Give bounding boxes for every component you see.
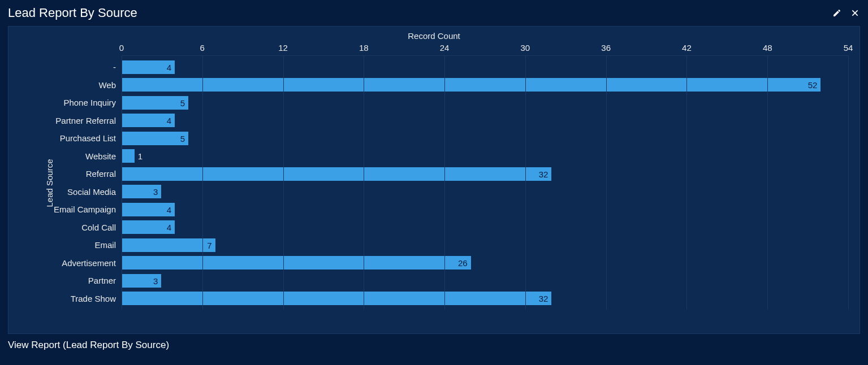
x-tick-label: 0 [119,43,124,53]
x-tick-label: 30 [521,43,530,53]
y-tick-label: Social Media [67,187,116,197]
x-tick-label: 42 [682,43,692,53]
y-tick-label: Referral [86,169,116,179]
bar-row: Partner3 [122,273,848,288]
plot-area: Lead Source -4Web52Phone Inquiry5Partner… [122,55,848,310]
y-tick-label: Advertisement [62,258,116,268]
view-report-link[interactable]: View Report (Lead Report By Source) [8,340,860,351]
y-tick-label: - [113,62,116,72]
bar-value-label: 3 [153,276,158,285]
bar-value-label: 3 [153,187,158,197]
bar-row: Cold Call4 [122,220,848,234]
y-tick-label: Purchased List [60,133,116,143]
x-tick-label: 48 [763,43,772,53]
bar-value-label: 4 [167,223,171,232]
bar[interactable]: 7 [122,238,216,253]
bar-row: Website1 [122,149,848,163]
x-tick-label: 18 [359,43,369,53]
bars-group: -4Web52Phone Inquiry5Partner Referral4Pu… [122,56,848,310]
widget-title: Lead Report By Source [8,6,137,20]
y-tick-label: Email Campaign [54,205,116,214]
bar[interactable]: 1 [122,149,135,163]
bar-row: Advertisement26 [122,255,848,270]
bar[interactable]: 4 [122,60,175,75]
gridline [444,56,445,310]
x-tick-label: 12 [278,43,288,53]
bar[interactable]: 4 [122,202,175,217]
bar-row: Email Campaign4 [122,202,848,217]
bar-row: -4 [122,60,848,75]
x-axis-ticks: 061218243036424854 [122,43,848,55]
bar-row: Trade Show32 [122,291,848,306]
y-tick-label: Partner Referral [55,116,116,125]
bar-value-label: 32 [539,294,549,303]
y-tick-label: Email [94,240,116,250]
bar-value-label: 26 [458,258,468,268]
widget-header: Lead Report By Source [8,6,860,20]
y-tick-label: Website [85,151,116,161]
bar[interactable]: 4 [122,113,175,128]
bar-value-label: 4 [167,116,171,125]
y-tick-label: Web [98,80,116,90]
gridline [686,56,687,310]
bar[interactable]: 32 [122,291,552,306]
bar-value-label: 7 [207,240,211,250]
y-axis-title: Lead Source [45,159,54,207]
x-axis-title: Record Count [20,31,848,41]
bar-row: Referral32 [122,167,848,181]
x-tick-label: 54 [844,43,853,53]
bar-row: Phone Inquiry5 [122,95,848,110]
bar[interactable]: 52 [122,77,821,92]
bar-value-label: 32 [539,169,549,179]
bar-value-label: 1 [138,151,142,161]
bar-row: Social Media3 [122,184,848,199]
header-actions [832,8,860,18]
y-tick-label: Trade Show [71,294,116,303]
gridline [202,56,203,310]
x-tick-label: 6 [200,43,205,53]
gridline [364,56,364,310]
y-tick-label: Cold Call [81,223,116,232]
close-icon[interactable] [850,8,860,18]
gridline [525,56,526,310]
bar-row: Partner Referral4 [122,113,848,128]
x-tick-label: 24 [440,43,450,53]
bar[interactable]: 5 [122,95,189,110]
chart-container: Record Count 061218243036424854 Lead Sou… [8,26,860,334]
bar-value-label: 5 [180,133,185,143]
bar-value-label: 5 [180,98,185,107]
bar-row: Web52 [122,77,848,92]
edit-icon[interactable] [832,8,842,18]
gridline [848,56,849,310]
bar-value-label: 52 [808,80,818,90]
bar[interactable]: 26 [122,255,472,270]
bar[interactable]: 4 [122,220,175,234]
bar[interactable]: 5 [122,131,189,146]
gridline [767,56,768,310]
bar-row: Purchased List5 [122,131,848,146]
gridline [283,56,284,310]
bar-value-label: 4 [167,205,171,214]
x-tick-label: 36 [601,43,611,53]
bar-row: Email7 [122,238,848,253]
gridline [606,56,607,310]
bar-value-label: 4 [167,62,171,72]
bar[interactable]: 3 [122,273,162,288]
bar[interactable]: 3 [122,184,162,199]
y-tick-label: Partner [88,276,116,285]
gridline [122,56,122,310]
y-tick-label: Phone Inquiry [63,98,116,107]
bar[interactable]: 32 [122,167,552,181]
